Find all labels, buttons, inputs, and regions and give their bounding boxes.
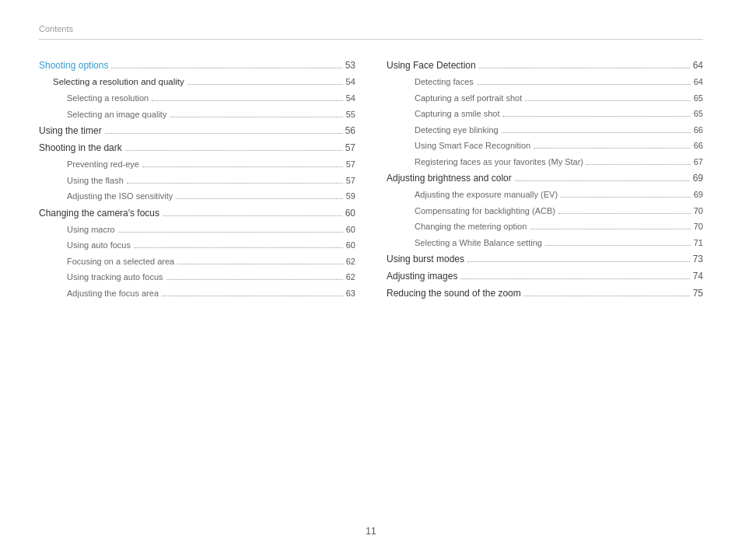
- toc-entry-page: 65: [694, 107, 703, 121]
- toc-entry-page: 53: [345, 58, 355, 72]
- toc-entry-title: Adjusting images: [387, 269, 457, 283]
- toc-entry-page: 60: [345, 206, 355, 220]
- toc-entry: Adjusting the ISO sensitivity59: [39, 190, 355, 203]
- toc-entry-page: 57: [346, 158, 355, 171]
- header-label: Contents: [39, 24, 73, 33]
- toc-entry-dots: [525, 100, 691, 101]
- toc-entry: Changing the metering option70: [387, 220, 703, 233]
- toc-entry-dots: [502, 132, 691, 133]
- toc-entry-dots: [534, 148, 691, 149]
- toc-entry-title: Selecting a resolution and quality: [53, 75, 184, 89]
- toc-entry-title: Changing the metering option: [415, 220, 527, 233]
- toc-entry-dots: [118, 232, 343, 233]
- toc-entry: Focusing on a selected area62: [39, 255, 355, 268]
- toc-entry: Selecting a resolution and quality54: [39, 75, 355, 89]
- toc-entry-title: Shooting options: [39, 58, 108, 72]
- toc-entry: Using burst modes73: [387, 252, 703, 266]
- toc-entry: Detecting faces64: [387, 75, 703, 89]
- toc-entry-dots: [561, 197, 691, 198]
- toc-entry-page: 60: [346, 223, 355, 236]
- toc-entry-dots: [142, 166, 343, 167]
- toc-entry-dots: [558, 213, 691, 214]
- toc-entry-title: Compensating for backlighting (ACB): [415, 205, 555, 218]
- toc-entry: Selecting a resolution54: [39, 92, 355, 105]
- toc-entry-dots: [105, 133, 342, 134]
- toc-entry-dots: [502, 116, 690, 117]
- toc-entry-page: 57: [346, 174, 355, 187]
- toc-entry-dots: [127, 183, 343, 184]
- toc-entry-dots: [479, 68, 690, 68]
- toc-entry-title: Shooting in the dark: [39, 141, 122, 155]
- toc-entry-title: Focusing on a selected area: [67, 255, 174, 268]
- toc-entry-title: Selecting a White Balance setting: [415, 236, 542, 250]
- toc-entry-page: 54: [345, 75, 355, 89]
- toc-entry-dots: [187, 84, 342, 85]
- toc-entry-page: 55: [346, 108, 355, 121]
- toc-entry-dots: [152, 100, 343, 101]
- toc-entry: Preventing red-eye57: [39, 158, 355, 171]
- toc-entry: Using the timer56: [39, 124, 355, 138]
- toc-entry: Using macro60: [39, 223, 355, 236]
- toc-entry-title: Selecting a resolution: [67, 92, 149, 105]
- page: Contents Shooting options53Selecting a r…: [0, 0, 742, 560]
- toc-entry: Reducing the sound of the zoom75: [387, 286, 703, 300]
- toc-entry-dots: [125, 150, 342, 151]
- toc-entry-page: 69: [693, 171, 703, 185]
- toc-entry-title: Adjusting the exposure manually (EV): [415, 188, 558, 201]
- toc-entry-title: Adjusting brightness and color: [387, 171, 512, 185]
- toc-entry-title: Changing the camera's focus: [39, 206, 159, 220]
- toc-entry-dots: [530, 229, 690, 229]
- toc-entry-page: 56: [345, 124, 355, 138]
- toc-entry-page: 69: [694, 188, 703, 201]
- toc-entry-dots: [467, 261, 690, 262]
- toc-entry-page: 64: [694, 75, 703, 89]
- toc-entry: Selecting an image quality55: [39, 108, 355, 121]
- toc-entry: Adjusting the focus area63: [39, 287, 355, 300]
- toc-entry-title: Adjusting the ISO sensitivity: [67, 190, 173, 203]
- toc-entry-dots: [515, 180, 690, 181]
- toc-entry-page: 60: [346, 239, 355, 252]
- left-column: Shooting options53Selecting a resolution…: [39, 58, 355, 303]
- toc-entry-page: 65: [694, 92, 703, 105]
- toc-entry-title: Reducing the sound of the zoom: [387, 286, 521, 300]
- toc-entry-title: Using tracking auto focus: [67, 271, 163, 284]
- page-header: Contents: [39, 23, 703, 40]
- toc-entry: Selecting a White Balance setting71: [387, 236, 703, 250]
- toc-entry-dots: [134, 247, 343, 248]
- toc-entry-page: 75: [693, 286, 703, 300]
- toc-entry-page: 73: [693, 252, 703, 266]
- toc-entry-title: Using auto focus: [67, 239, 131, 252]
- toc-entry-dots: [166, 279, 343, 280]
- toc-content: Shooting options53Selecting a resolution…: [39, 58, 703, 303]
- toc-entry: Detecting eye blinking66: [387, 124, 703, 137]
- toc-entry-title: Capturing a smile shot: [415, 107, 499, 121]
- toc-entry-page: 59: [346, 190, 355, 203]
- toc-entry-dots: [170, 117, 342, 117]
- toc-entry-page: 66: [694, 139, 703, 152]
- toc-entry-dots: [477, 84, 691, 85]
- toc-entry-title: Using burst modes: [387, 252, 464, 266]
- toc-entry-title: Capturing a self portrait shot: [415, 92, 522, 105]
- toc-entry-title: Using Face Detection: [387, 58, 476, 72]
- toc-entry: Adjusting the exposure manually (EV)69: [387, 188, 703, 201]
- toc-entry-title: Detecting faces: [415, 75, 474, 89]
- toc-entry-title: Using Smart Face Recognition: [415, 139, 530, 152]
- toc-entry-title: Preventing red-eye: [67, 158, 139, 171]
- toc-entry-page: 57: [345, 141, 355, 155]
- toc-entry-dots: [111, 68, 341, 68]
- toc-entry: Adjusting images74: [387, 269, 703, 283]
- toc-entry: Capturing a smile shot65: [387, 107, 703, 121]
- toc-entry-title: Registering faces as your favorites (My …: [415, 156, 583, 169]
- toc-entry: Compensating for backlighting (ACB)70: [387, 205, 703, 218]
- toc-entry: Registering faces as your favorites (My …: [387, 156, 703, 169]
- toc-entry: Shooting options53: [39, 58, 355, 72]
- toc-entry-page: 70: [694, 220, 703, 233]
- toc-entry-title: Selecting an image quality: [67, 108, 166, 121]
- toc-entry: Using the flash57: [39, 174, 355, 187]
- toc-entry-page: 62: [346, 271, 355, 284]
- toc-entry-page: 70: [694, 205, 703, 218]
- toc-entry-title: Detecting eye blinking: [415, 124, 499, 137]
- toc-entry-title: Using macro: [67, 223, 115, 236]
- toc-entry: Changing the camera's focus60: [39, 206, 355, 220]
- toc-entry-dots: [524, 296, 690, 296]
